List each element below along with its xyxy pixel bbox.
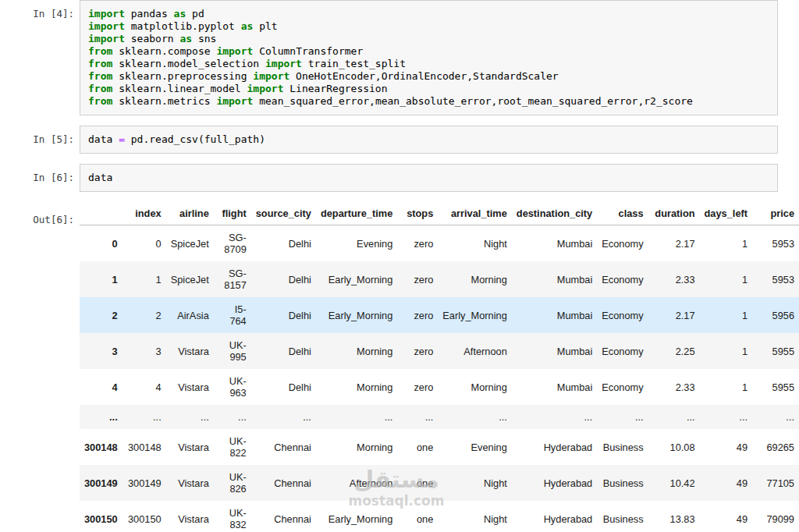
cell: 2 [123, 297, 166, 333]
header-row: indexairlineflightsource_citydeparture_t… [80, 202, 799, 225]
cell: Morning [316, 333, 397, 369]
code-token-kw: import [247, 83, 284, 94]
code-cell: In [4]:import pandas as pdimport matplot… [0, 0, 799, 115]
table-row: 300150300150VistaraUK-832ChennaiEarly_Mo… [80, 501, 799, 532]
input-prompt: In [5]: [0, 126, 80, 145]
table-row: 300149300149VistaraUK-826ChennaiAfternoo… [80, 465, 799, 501]
code-token: sklearn.linear_model [112, 83, 247, 94]
cell: zero [397, 261, 438, 297]
cell: UK-832 [214, 501, 251, 532]
cell: 2.25 [648, 333, 700, 369]
cell: Evening [316, 225, 397, 262]
code-token: data [88, 172, 112, 183]
code-line: from sklearn.preprocessing import OneHot… [88, 70, 769, 83]
cell: 2.17 [648, 225, 700, 262]
cell: 13.83 [648, 501, 700, 532]
cell: ... [512, 405, 597, 429]
cell: Afternoon [438, 333, 512, 369]
code-token-kw: from [88, 58, 112, 69]
cell: Delhi [251, 369, 316, 405]
cell: Hyderabad [512, 465, 597, 501]
cell: Early_Morning [316, 261, 397, 297]
cell: 49 [700, 429, 752, 465]
cell: 300148 [123, 429, 166, 465]
dataframe-header: indexairlineflightsource_citydeparture_t… [80, 202, 799, 225]
code-token: ColumnTransformer [253, 45, 363, 57]
cell: ... [316, 405, 397, 429]
code-input[interactable]: data = pd.read_csv(full_path) [80, 126, 778, 154]
cell: Economy [597, 297, 648, 333]
cell: I5-764 [214, 297, 251, 333]
cell: Morning [438, 369, 512, 405]
code-token-kw: import [253, 70, 289, 82]
column-header: destination_city [512, 202, 597, 225]
output-cell: Out[6]: indexairlineflightsource_citydep… [0, 202, 799, 532]
code-token-kw: as [241, 20, 254, 32]
code-token-kw: import [216, 95, 253, 107]
cell: 3 [123, 333, 166, 369]
code-line: from sklearn.model_selection import trai… [88, 58, 769, 70]
cell: 1 [700, 297, 752, 333]
cell: Delhi [251, 333, 316, 369]
code-input[interactable]: data [80, 164, 778, 192]
column-header: stops [397, 202, 438, 225]
cell: zero [397, 333, 438, 369]
cell: Mumbai [512, 261, 597, 297]
jupyter-notebook: In [4]:import pandas as pdimport matplot… [0, 0, 799, 532]
cell: ... [166, 405, 214, 429]
cell: Vistara [166, 333, 214, 369]
column-header: duration [648, 202, 700, 225]
code-line: import matplotlib.pyplot as plt [88, 20, 769, 33]
cell: Mumbai [512, 333, 597, 369]
row-label: 4 [80, 369, 123, 405]
cell: 5955 [752, 333, 799, 369]
cell: 77105 [752, 465, 799, 501]
cell: zero [397, 369, 438, 405]
code-token-kw: import [88, 8, 125, 20]
code-token-kw: import [88, 20, 125, 32]
column-header: index [123, 202, 166, 225]
cell: AirAsia [166, 297, 214, 333]
cell: Hyderabad [512, 429, 597, 465]
cell: Vistara [166, 501, 214, 532]
cell: 1 [700, 333, 752, 369]
cell: Delhi [251, 297, 316, 333]
column-header: airline [166, 202, 214, 225]
row-label: 300149 [80, 465, 123, 501]
input-prompt: In [4]: [0, 0, 80, 20]
code-token: sklearn.compose [112, 45, 216, 57]
cell: SpiceJet [166, 225, 214, 262]
code-token: mean_squared_error,mean_absolute_error,r… [253, 95, 693, 107]
table-row: 11SpiceJetSG-8157DelhiEarly_MorningzeroM… [80, 261, 799, 297]
row-label: 3 [80, 333, 123, 369]
cell: Night [438, 501, 512, 532]
code-token-kw: from [88, 95, 112, 107]
cell: Early_Morning [316, 297, 397, 333]
code-token: OneHotEncoder,OrdinalEncoder,StandardSca… [289, 70, 558, 82]
cell: 2.33 [648, 261, 700, 297]
code-token: sklearn.model_selection [112, 58, 265, 69]
cell: 79099 [752, 501, 799, 532]
code-token: sklearn.preprocessing [112, 70, 253, 82]
cell: 300150 [123, 501, 166, 532]
cell: Afternoon [316, 465, 397, 501]
table-row: 300148300148VistaraUK-822ChennaiMorningo… [80, 429, 799, 465]
table-row: ....................................... [80, 405, 799, 429]
code-line: from sklearn.linear_model import LinearR… [88, 83, 769, 95]
row-label: ... [80, 405, 123, 429]
code-token: pd [186, 8, 204, 20]
cell: Vistara [166, 465, 214, 501]
code-token-kw: as [179, 33, 192, 44]
cell: 49 [700, 465, 752, 501]
cell: Morning [316, 429, 397, 465]
cell: Economy [597, 333, 648, 369]
cell: 10.08 [648, 429, 700, 465]
cell: Mumbai [512, 297, 597, 333]
code-input[interactable]: import pandas as pdimport matplotlib.pyp… [80, 0, 778, 115]
cell: 300149 [123, 465, 166, 501]
column-header: departure_time [316, 202, 397, 225]
row-label: 0 [80, 225, 123, 262]
cell: 49 [700, 501, 752, 532]
column-header: arrival_time [438, 202, 512, 225]
cell: UK-995 [214, 333, 251, 369]
